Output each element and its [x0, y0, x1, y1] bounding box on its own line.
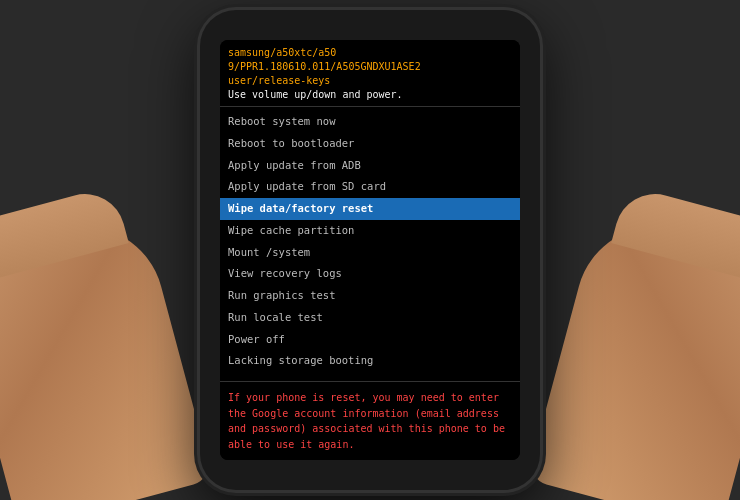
menu-item[interactable]: Run graphics test [220, 285, 520, 307]
model-line1: samsung/a50xtc/a50 [228, 46, 512, 60]
scene: samsung/a50xtc/a50 9/PPR1.180610.011/A50… [0, 0, 740, 500]
menu-item[interactable]: Wipe data/factory reset [220, 198, 520, 220]
menu-item[interactable]: Run locale test [220, 307, 520, 329]
menu-item[interactable]: Reboot to bootloader [220, 133, 520, 155]
nav-hint: Use volume up/down and power. [228, 88, 512, 102]
warning-area: If your phone is reset, you may need to … [220, 381, 520, 460]
menu-item[interactable]: Power off [220, 329, 520, 351]
menu-item[interactable]: Reboot system now [220, 111, 520, 133]
warning-text: If your phone is reset, you may need to … [228, 390, 512, 452]
model-line2: 9/PPR1.180610.011/A505GNDXU1ASE2 [228, 60, 512, 74]
phone-screen: samsung/a50xtc/a50 9/PPR1.180610.011/A50… [220, 40, 520, 460]
hand-right [527, 209, 740, 500]
recovery-menu: Reboot system nowReboot to bootloaderApp… [220, 107, 520, 381]
menu-item[interactable]: Apply update from SD card [220, 176, 520, 198]
recovery-header: samsung/a50xtc/a50 9/PPR1.180610.011/A50… [220, 40, 520, 107]
menu-item[interactable]: Apply update from ADB [220, 155, 520, 177]
phone: samsung/a50xtc/a50 9/PPR1.180610.011/A50… [200, 10, 540, 490]
menu-item[interactable]: Lacking storage booting [220, 350, 520, 372]
hand-left [0, 209, 213, 500]
menu-item[interactable]: Wipe cache partition [220, 220, 520, 242]
menu-item[interactable]: View recovery logs [220, 263, 520, 285]
model-line3: user/release-keys [228, 74, 512, 88]
menu-item[interactable]: Mount /system [220, 242, 520, 264]
